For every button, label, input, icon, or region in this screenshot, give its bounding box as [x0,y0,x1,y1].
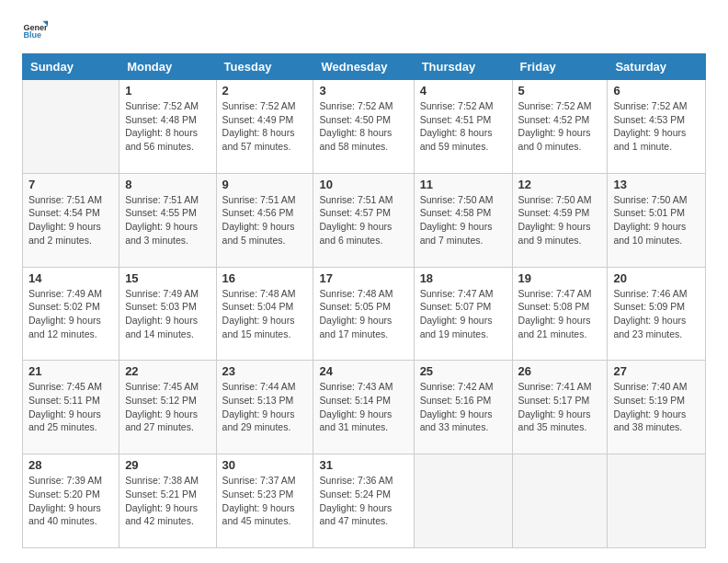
day-number: 12 [518,178,602,191]
day-number: 9 [222,178,308,191]
cell-content: 24Sunrise: 7:43 AM Sunset: 5:14 PM Dayli… [319,364,407,434]
day-info: Sunrise: 7:44 AM Sunset: 5:13 PM Dayligh… [222,380,308,434]
day-info: Sunrise: 7:45 AM Sunset: 5:12 PM Dayligh… [125,380,210,434]
cell-content: 27Sunrise: 7:40 AM Sunset: 5:19 PM Dayli… [613,364,700,434]
day-cell: 15Sunrise: 7:49 AM Sunset: 5:03 PM Dayli… [119,267,216,361]
calendar-table: SundayMondayTuesdayWednesdayThursdayFrid… [22,53,706,548]
day-number: 25 [420,364,506,378]
day-number: 8 [125,178,210,191]
cell-content: 19Sunrise: 7:47 AM Sunset: 5:08 PM Dayli… [518,271,602,341]
day-info: Sunrise: 7:52 AM Sunset: 4:52 PM Dayligh… [518,99,602,154]
day-cell: 29Sunrise: 7:38 AM Sunset: 5:21 PM Dayli… [119,454,216,548]
logo: General Blue [22,18,48,44]
day-cell: 3Sunrise: 7:52 AM Sunset: 4:50 PM Daylig… [313,80,414,174]
day-number: 24 [319,364,407,378]
day-cell: 20Sunrise: 7:46 AM Sunset: 5:09 PM Dayli… [608,267,706,361]
day-number: 3 [319,84,407,98]
day-number: 28 [28,458,113,472]
day-cell: 9Sunrise: 7:51 AM Sunset: 4:56 PM Daylig… [216,173,313,267]
cell-content: 28Sunrise: 7:39 AM Sunset: 5:20 PM Dayli… [28,458,113,528]
day-cell: 10Sunrise: 7:51 AM Sunset: 4:57 PM Dayli… [313,173,414,267]
day-info: Sunrise: 7:46 AM Sunset: 5:09 PM Dayligh… [613,287,700,341]
day-cell: 30Sunrise: 7:37 AM Sunset: 5:23 PM Dayli… [216,454,313,548]
column-header-monday: Monday [119,54,216,80]
cell-content: 6Sunrise: 7:52 AM Sunset: 4:53 PM Daylig… [613,84,700,154]
day-number: 5 [518,84,602,98]
cell-content: 30Sunrise: 7:37 AM Sunset: 5:23 PM Dayli… [222,458,308,528]
day-number: 23 [222,364,308,378]
day-number: 4 [420,84,506,98]
day-number: 17 [319,271,407,285]
cell-content: 2Sunrise: 7:52 AM Sunset: 4:49 PM Daylig… [222,84,308,154]
day-info: Sunrise: 7:52 AM Sunset: 4:49 PM Dayligh… [222,99,308,154]
day-number: 11 [420,178,506,191]
cell-content: 9Sunrise: 7:51 AM Sunset: 4:56 PM Daylig… [222,178,308,247]
cell-content: 21Sunrise: 7:45 AM Sunset: 5:11 PM Dayli… [28,364,113,434]
day-cell: 18Sunrise: 7:47 AM Sunset: 5:07 PM Dayli… [414,267,512,361]
day-cell: 8Sunrise: 7:51 AM Sunset: 4:55 PM Daylig… [119,173,216,267]
day-cell: 19Sunrise: 7:47 AM Sunset: 5:08 PM Dayli… [512,267,608,361]
column-header-saturday: Saturday [608,54,706,80]
day-info: Sunrise: 7:51 AM Sunset: 4:55 PM Dayligh… [125,193,210,247]
day-cell: 5Sunrise: 7:52 AM Sunset: 4:52 PM Daylig… [512,80,608,174]
day-info: Sunrise: 7:43 AM Sunset: 5:14 PM Dayligh… [319,380,407,434]
day-cell: 6Sunrise: 7:52 AM Sunset: 4:53 PM Daylig… [608,80,706,174]
day-number: 13 [613,178,700,191]
cell-content: 16Sunrise: 7:48 AM Sunset: 5:04 PM Dayli… [222,271,308,341]
day-info: Sunrise: 7:52 AM Sunset: 4:50 PM Dayligh… [319,99,407,154]
day-info: Sunrise: 7:48 AM Sunset: 5:05 PM Dayligh… [319,287,407,341]
cell-content: 31Sunrise: 7:36 AM Sunset: 5:24 PM Dayli… [319,458,407,528]
day-number: 14 [28,271,113,285]
cell-content: 18Sunrise: 7:47 AM Sunset: 5:07 PM Dayli… [420,271,506,341]
cell-content: 3Sunrise: 7:52 AM Sunset: 4:50 PM Daylig… [319,84,407,154]
day-cell: 31Sunrise: 7:36 AM Sunset: 5:24 PM Dayli… [313,454,414,548]
cell-content: 5Sunrise: 7:52 AM Sunset: 4:52 PM Daylig… [518,84,602,154]
day-number: 6 [613,84,700,98]
column-header-tuesday: Tuesday [216,54,313,80]
day-info: Sunrise: 7:47 AM Sunset: 5:07 PM Dayligh… [420,287,506,341]
week-row-4: 21Sunrise: 7:45 AM Sunset: 5:11 PM Dayli… [23,361,706,454]
day-info: Sunrise: 7:52 AM Sunset: 4:53 PM Dayligh… [613,99,700,154]
day-info: Sunrise: 7:48 AM Sunset: 5:04 PM Dayligh… [222,287,308,341]
day-cell: 21Sunrise: 7:45 AM Sunset: 5:11 PM Dayli… [23,361,119,454]
day-cell [414,454,512,548]
column-header-thursday: Thursday [414,54,512,80]
cell-content: 14Sunrise: 7:49 AM Sunset: 5:02 PM Dayli… [28,271,113,341]
day-cell: 2Sunrise: 7:52 AM Sunset: 4:49 PM Daylig… [216,80,313,174]
day-number: 18 [420,271,506,285]
cell-content: 20Sunrise: 7:46 AM Sunset: 5:09 PM Dayli… [613,271,700,341]
day-cell [23,80,119,174]
day-cell [608,454,706,548]
day-number: 16 [222,271,308,285]
day-number: 19 [518,271,602,285]
column-header-sunday: Sunday [23,54,119,80]
day-info: Sunrise: 7:50 AM Sunset: 5:01 PM Dayligh… [613,193,700,247]
cell-content: 15Sunrise: 7:49 AM Sunset: 5:03 PM Dayli… [125,271,210,341]
header-row: SundayMondayTuesdayWednesdayThursdayFrid… [23,54,706,80]
day-cell: 13Sunrise: 7:50 AM Sunset: 5:01 PM Dayli… [608,173,706,267]
day-info: Sunrise: 7:40 AM Sunset: 5:19 PM Dayligh… [613,380,700,434]
day-info: Sunrise: 7:37 AM Sunset: 5:23 PM Dayligh… [222,474,308,528]
cell-content: 29Sunrise: 7:38 AM Sunset: 5:21 PM Dayli… [125,458,210,528]
day-number: 10 [319,178,407,191]
day-info: Sunrise: 7:51 AM Sunset: 4:54 PM Dayligh… [28,193,113,247]
week-row-5: 28Sunrise: 7:39 AM Sunset: 5:20 PM Dayli… [23,454,706,548]
cell-content: 4Sunrise: 7:52 AM Sunset: 4:51 PM Daylig… [420,84,506,154]
cell-content: 22Sunrise: 7:45 AM Sunset: 5:12 PM Dayli… [125,364,210,434]
header: General Blue [22,18,706,44]
day-info: Sunrise: 7:47 AM Sunset: 5:08 PM Dayligh… [518,287,602,341]
cell-content: 23Sunrise: 7:44 AM Sunset: 5:13 PM Dayli… [222,364,308,434]
day-number: 15 [125,271,210,285]
day-cell: 16Sunrise: 7:48 AM Sunset: 5:04 PM Dayli… [216,267,313,361]
day-cell: 23Sunrise: 7:44 AM Sunset: 5:13 PM Dayli… [216,361,313,454]
day-info: Sunrise: 7:36 AM Sunset: 5:24 PM Dayligh… [319,474,407,528]
day-number: 2 [222,84,308,98]
day-info: Sunrise: 7:38 AM Sunset: 5:21 PM Dayligh… [125,474,210,528]
day-cell: 1Sunrise: 7:52 AM Sunset: 4:48 PM Daylig… [119,80,216,174]
day-number: 7 [28,178,113,191]
day-info: Sunrise: 7:51 AM Sunset: 4:57 PM Dayligh… [319,193,407,247]
day-number: 30 [222,458,308,472]
week-row-1: 1Sunrise: 7:52 AM Sunset: 4:48 PM Daylig… [23,80,706,174]
day-info: Sunrise: 7:49 AM Sunset: 5:03 PM Dayligh… [125,287,210,341]
day-number: 21 [28,364,113,378]
